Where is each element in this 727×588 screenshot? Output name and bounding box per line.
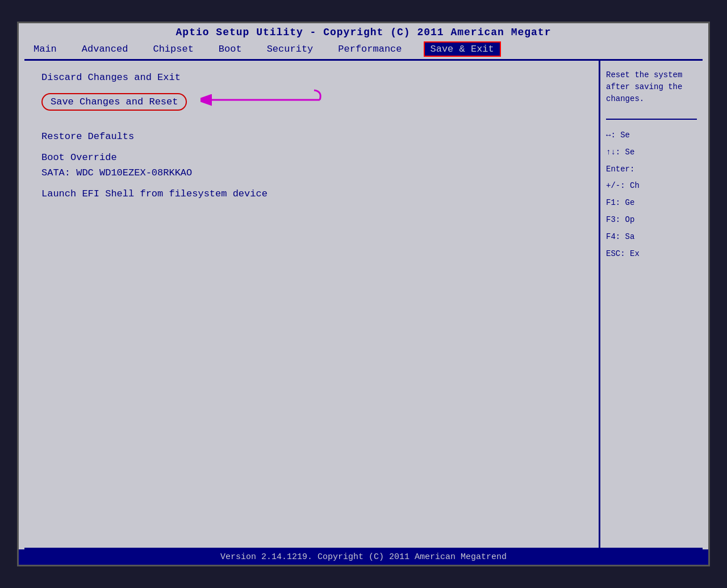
main-panel: Discard Changes and Exit Save Changes an… [24,61,600,548]
bios-screen: Aptio Setup Utility - Copyright (C) 2011… [17,22,710,566]
save-changes-container: Save Changes and Reset [41,93,582,121]
hint-f4: F4: Sa [606,230,697,244]
hint-esc: ESC: Ex [606,247,697,261]
hint-change: +/-: Ch [606,179,697,193]
side-help-text: Reset the system after saving the change… [606,69,697,105]
title-bar: Aptio Setup Utility - Copyright (C) 2011… [19,23,708,40]
content-area: Discard Changes and Exit Save Changes an… [24,59,703,549]
menu-chipset[interactable]: Chipset [149,43,197,56]
hint-f3: F3: Op [606,213,697,227]
menu-advanced[interactable]: Advanced [78,43,132,56]
arrow-annotation [200,89,325,123]
hint-f1: F1: Ge [606,196,697,210]
hint-select-1: ↔: Se [606,129,697,142]
boot-override-label: Boot Override [41,152,582,163]
save-changes-item[interactable]: Save Changes and Reset [41,93,187,111]
menu-security[interactable]: Security [264,43,317,56]
discard-changes-item[interactable]: Discard Changes and Exit [41,72,582,83]
side-panel: Reset the system after saving the change… [600,61,703,548]
title-text: Aptio Setup Utility - Copyright (C) 2011… [176,27,551,38]
launch-efi-shell-item[interactable]: Launch EFI Shell from filesystem device [41,188,582,199]
sata-drive-item[interactable]: SATA: WDC WD10EZEX-08RKKAO [41,167,582,178]
footer-bar: Version 2.14.1219. Copyright (C) 2011 Am… [19,549,708,565]
hint-enter: Enter: [606,163,697,177]
menu-bar: Main Advanced Chipset Boot Security Perf… [19,40,708,59]
menu-performance[interactable]: Performance [335,43,405,56]
menu-save-exit[interactable]: Save & Exit [424,41,501,57]
side-divider [606,119,697,120]
hint-select-2: ↑↓: Se [606,146,697,159]
menu-main[interactable]: Main [30,43,60,56]
menu-boot[interactable]: Boot [215,43,245,56]
restore-defaults-item[interactable]: Restore Defaults [41,131,582,142]
footer-text: Version 2.14.1219. Copyright (C) 2011 Am… [220,552,507,562]
